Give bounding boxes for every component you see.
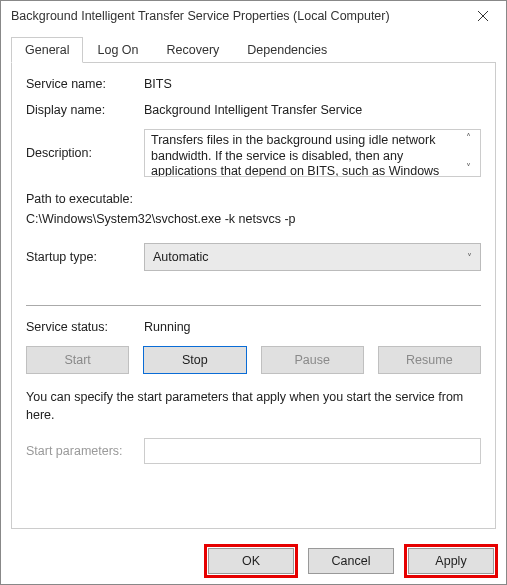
titlebar: Background Intelligent Transfer Service … bbox=[1, 1, 506, 31]
description-text: Transfers files in the background using … bbox=[151, 133, 458, 173]
service-status-value: Running bbox=[144, 320, 191, 334]
display-name-label: Display name: bbox=[26, 103, 144, 117]
service-name-value: BITS bbox=[144, 77, 172, 91]
tab-dependencies[interactable]: Dependencies bbox=[233, 37, 341, 62]
chevron-down-icon: ˅ bbox=[466, 163, 471, 173]
properties-dialog: Background Intelligent Transfer Service … bbox=[0, 0, 507, 585]
display-name-value: Background Intelligent Transfer Service bbox=[144, 103, 362, 117]
tab-recovery[interactable]: Recovery bbox=[153, 37, 234, 62]
description-box: Transfers files in the background using … bbox=[144, 129, 481, 177]
pause-button[interactable]: Pause bbox=[261, 346, 364, 374]
startup-type-value: Automatic bbox=[153, 250, 209, 264]
dialog-body: General Log On Recovery Dependencies Ser… bbox=[1, 31, 506, 538]
start-parameters-input[interactable] bbox=[144, 438, 481, 464]
start-parameters-label: Start parameters: bbox=[26, 444, 144, 458]
path-label: Path to executable: bbox=[26, 189, 481, 209]
tab-logon[interactable]: Log On bbox=[83, 37, 152, 62]
window-title: Background Intelligent Transfer Service … bbox=[11, 9, 460, 23]
tab-strip: General Log On Recovery Dependencies bbox=[11, 37, 496, 63]
start-button[interactable]: Start bbox=[26, 346, 129, 374]
startup-type-label: Startup type: bbox=[26, 250, 144, 264]
apply-button[interactable]: Apply bbox=[408, 548, 494, 574]
description-label: Description: bbox=[26, 146, 144, 160]
service-name-label: Service name: bbox=[26, 77, 144, 91]
startup-type-select[interactable]: Automatic ˅ bbox=[144, 243, 481, 271]
resume-button[interactable]: Resume bbox=[378, 346, 481, 374]
close-icon bbox=[478, 11, 488, 21]
dialog-footer: OK Cancel Apply bbox=[1, 538, 506, 584]
stop-button[interactable]: Stop bbox=[143, 346, 246, 374]
close-button[interactable] bbox=[460, 1, 506, 31]
cancel-button[interactable]: Cancel bbox=[308, 548, 394, 574]
help-text: You can specify the start parameters tha… bbox=[26, 388, 481, 424]
tab-panel-general: Service name: BITS Display name: Backgro… bbox=[11, 63, 496, 529]
divider bbox=[26, 305, 481, 306]
service-status-label: Service status: bbox=[26, 320, 144, 334]
ok-button[interactable]: OK bbox=[208, 548, 294, 574]
path-value: C:\Windows\System32\svchost.exe -k netsv… bbox=[26, 209, 481, 229]
chevron-up-icon: ˄ bbox=[466, 133, 471, 143]
tab-general[interactable]: General bbox=[11, 37, 83, 63]
description-scrollbar[interactable]: ˄ ˅ bbox=[462, 133, 474, 173]
chevron-down-icon: ˅ bbox=[467, 252, 472, 263]
